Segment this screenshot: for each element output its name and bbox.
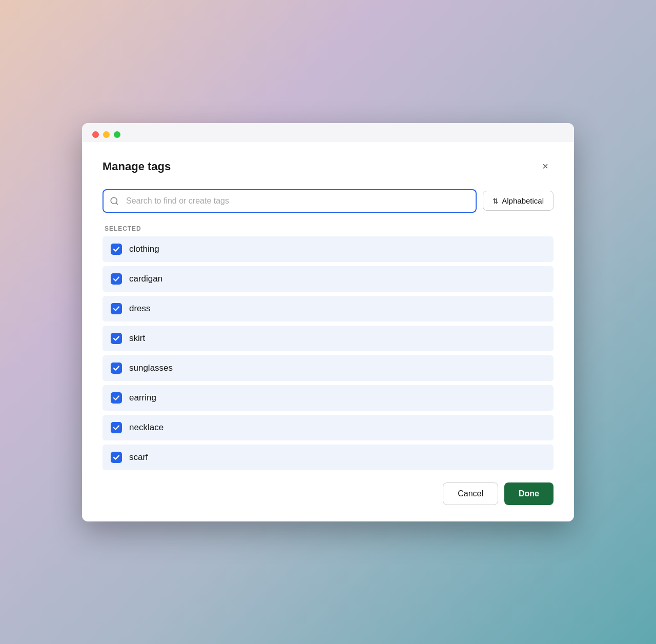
cancel-button[interactable]: Cancel [443,482,498,505]
tag-item[interactable]: skirt [102,326,554,351]
tag-checkbox [111,392,122,404]
title-bar [82,123,574,142]
tag-checkbox [111,452,122,463]
manage-tags-window: Manage tags × ⇅ Alphabetical SELECTED [82,123,574,521]
tag-label: scarf [129,452,148,462]
tag-label: dress [129,304,151,314]
tag-item[interactable]: dress [102,296,554,321]
search-input[interactable] [102,189,477,213]
tag-item[interactable]: sunglasses [102,355,554,381]
done-button[interactable]: Done [504,482,554,505]
tags-list: clothing cardigan dress skirt sunglasses… [82,236,574,470]
search-wrapper [102,189,477,213]
maximize-traffic-light[interactable] [114,131,120,138]
sort-button-label: Alphabetical [502,196,544,205]
tag-item[interactable]: earring [102,385,554,411]
tag-checkbox [111,363,122,374]
tag-label: cardigan [129,274,162,284]
tag-checkbox [111,333,122,344]
tag-checkbox [111,244,122,255]
sort-button[interactable]: ⇅ Alphabetical [483,191,554,211]
minimize-traffic-light[interactable] [103,131,110,138]
dialog-footer: Cancel Done [102,470,554,521]
tag-item[interactable]: necklace [102,415,554,440]
dialog: Manage tags × ⇅ Alphabetical SELECTED [82,142,574,521]
section-label: SELECTED [102,225,554,232]
sort-icon: ⇅ [493,197,499,205]
tag-item[interactable]: clothing [102,236,554,262]
tag-checkbox [111,422,122,433]
tag-label: earring [129,393,156,403]
tag-label: sunglasses [129,363,173,373]
search-icon [110,196,119,206]
tag-label: clothing [129,244,159,254]
search-row: ⇅ Alphabetical [102,189,554,213]
close-button[interactable]: × [537,158,554,175]
tag-item[interactable]: cardigan [102,266,554,292]
dialog-title: Manage tags [102,160,171,173]
tag-checkbox [111,273,122,285]
tag-item[interactable]: scarf [102,445,554,470]
close-traffic-light[interactable] [92,131,99,138]
tag-checkbox [111,303,122,314]
tag-label: necklace [129,422,163,433]
svg-line-1 [116,203,117,204]
dialog-header: Manage tags × [102,158,554,175]
tag-label: skirt [129,333,145,344]
